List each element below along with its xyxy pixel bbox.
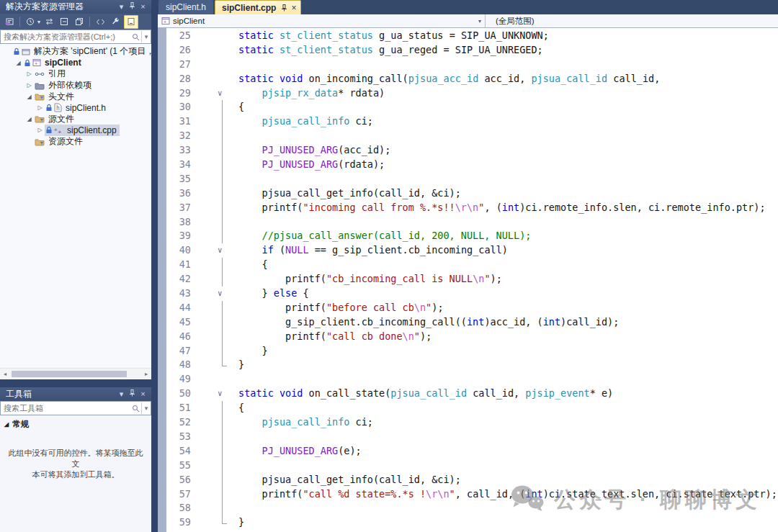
tree-item-sipclient[interactable]: ◢+sipClient	[0, 58, 151, 69]
scope-dropdown[interactable]: (全局范围)	[486, 14, 778, 27]
tree-item-content[interactable]: 头文件	[34, 91, 77, 102]
sync-with-active-document-icon[interactable]	[43, 16, 55, 28]
code-line-37[interactable]: 37 printf("incoming call from %.*s!!\r\n…	[166, 201, 778, 215]
tree-item-sipclient.cpp[interactable]: ▷++sipClient.cpp	[0, 125, 151, 136]
code-line-36[interactable]: 36 pjsua_call_get_info(call_id, &ci);	[166, 186, 778, 201]
search-icon[interactable]	[130, 405, 141, 412]
tree-item--[interactable]: ◢源文件	[0, 114, 151, 125]
project-dropdown[interactable]: + sipClient ▾	[158, 14, 486, 27]
code-line-56[interactable]: 56 pjsua_call_get_info(call_id, &ci);	[166, 473, 778, 487]
tree-item-content[interactable]: +sipClient	[23, 58, 84, 69]
code-line-27[interactable]: 27	[166, 58, 778, 72]
code-line-42[interactable]: 42 printf("cb_incoming_call is NULL\n");	[166, 272, 778, 287]
window-position-icon[interactable]: ▾	[116, 0, 127, 14]
code-line-47[interactable]: 47 }	[166, 344, 778, 359]
preview-selected-items-icon[interactable]	[124, 15, 138, 29]
code-line-55[interactable]: 55	[166, 459, 778, 473]
code-line-45[interactable]: 45 g_sip_client.cb_incoming_call((int)ac…	[166, 315, 778, 330]
code-line-28[interactable]: 28static void on_incoming_call(pjsua_acc…	[166, 72, 778, 86]
pending-changes-filter-icon[interactable]	[24, 16, 37, 28]
code-line-31[interactable]: 31 pjsua_call_info ci;	[166, 114, 778, 129]
auto-hide-pin-icon[interactable]	[127, 0, 138, 14]
code-line-35[interactable]: 35	[166, 172, 778, 186]
show-all-files-icon[interactable]	[73, 16, 86, 28]
tree-item-content[interactable]: 源文件	[34, 114, 77, 125]
code-line-43[interactable]: 43 } else {	[166, 287, 778, 301]
tab-sipClient.h[interactable]: sipClient.h	[158, 0, 213, 14]
code-line-54[interactable]: 54 PJ_UNUSED_ARG(e);	[166, 444, 778, 459]
scrollbar-thumb[interactable]	[12, 371, 127, 377]
code-line-29[interactable]: 29 pjsip_rx_data* rdata)	[166, 86, 778, 101]
splitter[interactable]	[151, 0, 158, 532]
code-line-57[interactable]: 57 printf("call %d state=%.*s !\r\n", ca…	[166, 487, 778, 502]
fold-chevron-icon[interactable]	[198, 387, 238, 401]
tab-sipClient.cpp[interactable]: sipClient.cpp×	[215, 0, 301, 14]
tree-item--[interactable]: ▷引用	[0, 68, 151, 80]
code-line-58[interactable]: 58	[166, 501, 778, 515]
tree-expander-icon[interactable]: ▷	[35, 104, 45, 111]
toolbox-section-general[interactable]: ◢ 常规	[0, 415, 151, 432]
tree-expander-icon[interactable]: ▷	[24, 71, 34, 77]
code-lines[interactable]: 25static st_client_status g_ua_status = …	[166, 29, 778, 532]
code-line-25[interactable]: 25static st_client_status g_ua_status = …	[166, 29, 778, 43]
search-options-chevron-icon[interactable]: ▾	[141, 402, 151, 414]
tree-item-content[interactable]: ++sipClient.cpp	[45, 125, 120, 136]
tree-item-content[interactable]: 资源文件	[34, 136, 86, 148]
tree-item--[interactable]: ▷外部依赖项	[0, 80, 151, 91]
code-line-51[interactable]: 51{	[166, 401, 778, 415]
tree-expander-icon[interactable]: ◢	[14, 60, 23, 66]
code-line-26[interactable]: 26static st_client_status g_ua_reged = S…	[166, 43, 778, 58]
tree-item--[interactable]: 资源文件	[0, 136, 151, 148]
code-line-34[interactable]: 34 PJ_UNUSED_ARG(rdata);	[166, 158, 778, 172]
code-line-53[interactable]: 53	[166, 430, 778, 444]
scrollbar-track[interactable]	[10, 370, 141, 378]
scroll-left-icon[interactable]: ◂	[0, 371, 10, 377]
tree-item-content[interactable]: 解决方案 'sipClient' (1 个项目，共 1 个)	[12, 46, 151, 58]
code-line-33[interactable]: 33 PJ_UNUSED_ARG(acc_id);	[166, 143, 778, 158]
code-line-59[interactable]: 59}	[166, 515, 778, 530]
code-line-38[interactable]: 38	[166, 215, 778, 230]
search-input[interactable]	[1, 402, 130, 414]
code-line-44[interactable]: 44 printf("before call cb\n");	[166, 301, 778, 315]
tree-item--sipclient-1-1-[interactable]: 解决方案 'sipClient' (1 个项目，共 1 个)	[0, 46, 151, 58]
close-icon[interactable]: ×	[138, 0, 148, 14]
auto-hide-pin-icon[interactable]	[127, 387, 138, 401]
collapse-all-icon[interactable]	[58, 16, 71, 28]
chevron-down-icon[interactable]: ▾	[478, 18, 481, 24]
code-editor[interactable]: 25static st_client_status g_ua_status = …	[158, 28, 778, 532]
tree-expander-icon[interactable]: ▷	[24, 82, 34, 89]
close-icon[interactable]: ×	[291, 3, 296, 13]
fold-chevron-icon[interactable]	[198, 86, 238, 101]
tree-item-content[interactable]: 外部依赖项	[34, 80, 94, 91]
switch-views-icon[interactable]	[3, 16, 16, 28]
code-line-46[interactable]: 46 printf("call cb done\n");	[166, 330, 778, 344]
pin-icon[interactable]	[281, 4, 287, 12]
code-line-52[interactable]: 52 pjsua_call_info ci;	[166, 415, 778, 430]
properties-icon[interactable]	[109, 16, 122, 28]
code-line-48[interactable]: 48}	[166, 358, 778, 372]
tree-item-content[interactable]: 引用	[34, 68, 68, 80]
code-line-32[interactable]: 32	[166, 129, 778, 143]
search-icon[interactable]	[130, 33, 141, 41]
search-input[interactable]	[1, 31, 130, 42]
horizontal-scrollbar[interactable]: ◂ ▸	[0, 368, 151, 379]
code-line-40[interactable]: 40 if (NULL == g_sip_client.cb_incoming_…	[166, 243, 778, 258]
search-options-chevron-icon[interactable]: ▾	[141, 31, 151, 42]
toolbar-chevron-icon[interactable]: ▾	[37, 19, 40, 25]
window-position-icon[interactable]: ▾	[116, 387, 127, 401]
section-expander-icon[interactable]: ◢	[4, 421, 9, 428]
code-line-41[interactable]: 41 {	[166, 258, 778, 272]
tree-expander-icon[interactable]: ◢	[24, 94, 34, 100]
tree-item-sipclient.h[interactable]: ▷hsipClient.h	[0, 102, 151, 114]
tree-expander-icon[interactable]: ▷	[35, 127, 45, 133]
tree-expander-icon[interactable]: ◢	[24, 116, 34, 122]
code-line-30[interactable]: 30{	[166, 100, 778, 114]
fold-chevron-icon[interactable]	[198, 243, 238, 258]
code-line-50[interactable]: 50static void on_call_state(pjsua_call_i…	[166, 387, 778, 401]
fold-chevron-icon[interactable]	[198, 287, 238, 301]
scroll-right-icon[interactable]: ▸	[141, 371, 151, 377]
view-code-icon[interactable]	[94, 16, 107, 28]
tree-item--[interactable]: ◢头文件	[0, 91, 151, 102]
close-icon[interactable]: ×	[138, 387, 148, 401]
code-line-49[interactable]: 49	[166, 372, 778, 387]
